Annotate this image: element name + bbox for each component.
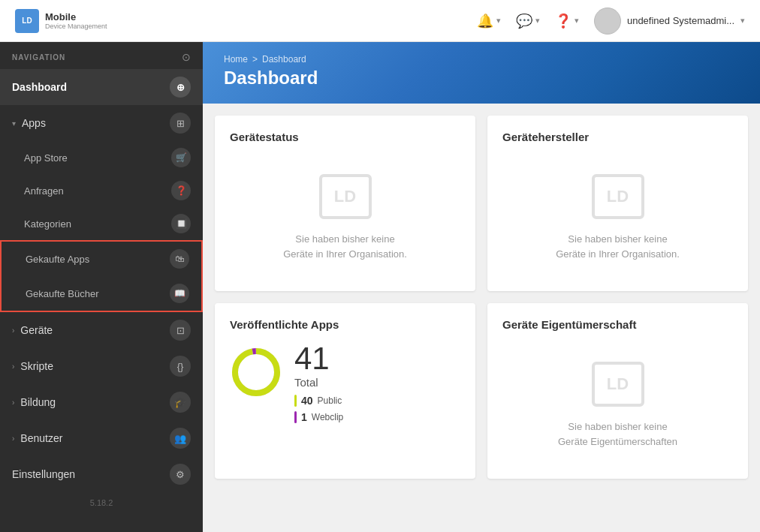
eigentumerschaft-empty-text: Sie haben bisher keineGeräte Eigentümers… (558, 419, 677, 449)
chat-icon: 💬 (516, 13, 532, 29)
header-right: 🔔 ▾ 💬 ▾ ❓ ▾ undefined Systemadmi... ▾ (477, 8, 745, 35)
sidebar-item-kategorien[interactable]: Kategorien 🔲 (0, 207, 203, 240)
sidebar: NAVIGATION ⊙ Dashboard ⊕ ▾ Apps ⊞ App St… (0, 42, 203, 532)
apps-total-label: Total (294, 376, 343, 389)
card-eigentumerschaft-title: Geräte Eigentümerschaft (502, 318, 733, 331)
user-chevron: ▾ (740, 16, 745, 26)
help-chevron: ▾ (575, 16, 579, 26)
sidebar-item-skripte-left: › Skripte (12, 360, 53, 372)
benutzer-chevron: › (12, 434, 14, 443)
avatar (594, 8, 621, 35)
sidebar-item-einstellungen[interactable]: Einstellungen ⚙ (0, 456, 203, 492)
breadcrumb-separator: > (252, 54, 258, 65)
anfragen-label: Anfragen (24, 185, 64, 197)
sidebar-item-benutzer[interactable]: › Benutzer 👥 (0, 420, 203, 456)
page-title: Dashboard (224, 68, 739, 89)
einstellungen-label: Einstellungen (12, 468, 75, 480)
sidebar-item-gekaufte-apps[interactable]: Gekaufte Apps 🛍 (2, 242, 201, 276)
donut-chart (230, 346, 282, 398)
card-geratestatus-title: Gerätestatus (230, 131, 460, 143)
bildung-label: Bildung (20, 396, 56, 408)
apps-icon: ⊞ (170, 113, 191, 134)
notifications-chevron: ▾ (496, 16, 501, 26)
geratehersteller-empty-text: Sie haben bisher keineGeräte in Ihrer Or… (556, 232, 680, 261)
geratestatus-logo-inner: LD (319, 174, 372, 219)
page-header: Home > Dashboard Dashboard (203, 42, 760, 104)
apps-stats: 41 Total 40 Public 1 Webclip (294, 343, 343, 423)
sidebar-item-gekaufte-buecher[interactable]: Gekaufte Bücher 📖 (2, 276, 201, 311)
skripte-icon: {} (170, 356, 191, 377)
svg-point-1 (235, 351, 277, 393)
gekaufte-buecher-icon: 📖 (170, 284, 189, 303)
sidebar-item-dashboard[interactable]: Dashboard ⊕ (0, 69, 203, 105)
kategorien-icon: 🔲 (171, 214, 191, 233)
legend-public-color (294, 395, 297, 407)
gerate-label: Geräte (20, 324, 53, 336)
skripte-label: Skripte (20, 360, 53, 372)
geratestatus-empty-text: Sie haben bisher keineGeräte in Ihrer Or… (283, 232, 407, 261)
breadcrumb: Home > Dashboard (224, 54, 739, 65)
geratehersteller-logo-inner: LD (592, 174, 644, 219)
legend-public-label: Public (318, 395, 342, 406)
gerate-icon: ⊡ (170, 320, 191, 341)
sidebar-item-app-store[interactable]: App Store 🛒 (0, 141, 203, 174)
breadcrumb-current: Dashboard (262, 54, 306, 65)
card-gerate-eigentumerschaft: Geräte Eigentümerschaft LD Sie haben bis… (487, 303, 748, 479)
benutzer-label: Benutzer (20, 432, 62, 444)
sidebar-highlight-group: Gekaufte Apps 🛍 Gekaufte Bücher 📖 (0, 240, 203, 312)
dashboard-grid: Gerätestatus LD Sie haben bisher keineGe… (203, 104, 760, 491)
bell-icon: 🔔 (477, 13, 493, 29)
sidebar-item-benutzer-left: › Benutzer (12, 432, 62, 444)
main-content: Home > Dashboard Dashboard Gerätestatus … (203, 42, 760, 532)
apps-content: 41 Total 40 Public 1 Webclip (230, 343, 460, 423)
card-geratestatus: Gerätestatus LD Sie haben bisher keineGe… (215, 116, 475, 291)
user-menu[interactable]: undefined Systemadmi... ▾ (594, 8, 745, 35)
legend-public-count: 40 (301, 395, 313, 407)
apps-label: Apps (22, 117, 46, 129)
user-name: undefined Systemadmi... (627, 15, 734, 26)
logo-icon: LD (15, 9, 39, 33)
logo: LD Mobile Device Management (15, 9, 107, 33)
notifications-button[interactable]: 🔔 ▾ (477, 13, 501, 29)
version-label: 5.18.2 (0, 492, 203, 513)
sidebar-item-bildung[interactable]: › Bildung 🎓 (0, 384, 203, 420)
geratestatus-logo: LD (315, 170, 375, 223)
breadcrumb-home[interactable]: Home (224, 54, 248, 65)
nav-settings-icon[interactable]: ⊙ (182, 51, 191, 63)
card-veroffentlichte-title: Veröffentlichte Apps (230, 318, 460, 331)
sidebar-item-einstellungen-left: Einstellungen (12, 468, 75, 480)
gekaufte-buecher-label: Gekaufte Bücher (26, 288, 99, 299)
nav-header: NAVIGATION ⊙ (0, 42, 203, 69)
eigentumerschaft-empty-state: LD Sie haben bisher keineGeräte Eigentüm… (502, 343, 733, 464)
geratehersteller-empty-state: LD Sie haben bisher keineGeräte in Ihrer… (502, 155, 733, 276)
legend-webclip-color (294, 411, 297, 423)
sidebar-item-apps-left: ▾ Apps (12, 117, 46, 129)
apps-legend: 40 Public 1 Webclip (294, 395, 343, 423)
kategorien-label: Kategorien (24, 218, 71, 230)
help-button[interactable]: ❓ ▾ (555, 13, 579, 29)
geratestatus-empty-state: LD Sie haben bisher keineGeräte in Ihrer… (230, 155, 460, 276)
card-geratehersteller: Gerätehersteller LD Sie haben bisher kei… (487, 116, 748, 291)
sidebar-item-skripte[interactable]: › Skripte {} (0, 348, 203, 384)
bildung-chevron: › (12, 398, 14, 407)
benutzer-icon: 👥 (170, 428, 191, 449)
apps-total-number: 41 (294, 343, 343, 374)
einstellungen-icon: ⚙ (170, 464, 191, 485)
chat-chevron: ▾ (535, 16, 540, 26)
app-store-label: App Store (24, 152, 68, 164)
sidebar-item-gerate[interactable]: › Geräte ⊡ (0, 312, 203, 348)
geratehersteller-logo: LD (588, 170, 648, 223)
legend-webclip: 1 Webclip (294, 411, 343, 423)
dashboard-label: Dashboard (12, 81, 67, 93)
header: LD Mobile Device Management 🔔 ▾ 💬 ▾ ❓ ▾ … (0, 0, 760, 42)
anfragen-icon: ❓ (171, 181, 191, 200)
legend-webclip-label: Webclip (312, 412, 343, 422)
bildung-icon: 🎓 (170, 392, 191, 413)
gerate-chevron: › (12, 326, 14, 335)
donut-svg (230, 346, 282, 398)
sidebar-item-apps[interactable]: ▾ Apps ⊞ (0, 105, 203, 141)
sidebar-item-anfragen[interactable]: Anfragen ❓ (0, 174, 203, 207)
chat-button[interactable]: 💬 ▾ (516, 13, 540, 29)
nav-label: NAVIGATION (12, 53, 65, 62)
gekaufte-apps-label: Gekaufte Apps (26, 254, 89, 265)
